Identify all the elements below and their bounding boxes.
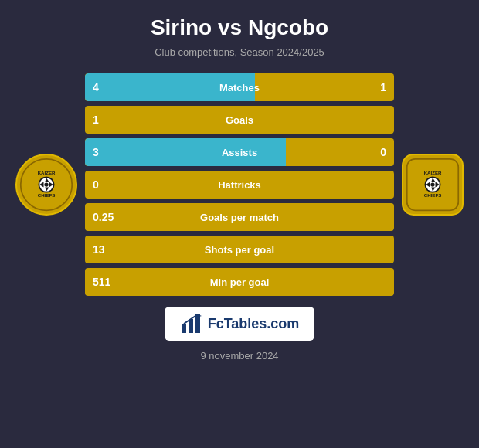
left-team-logo: KAIZER CHIEFS [8, 154, 85, 216]
stat-row-goals: 1 Goals [85, 106, 394, 134]
stat-val-matches-left: 4 [93, 81, 99, 93]
svg-text:CHIEFS: CHIEFS [38, 192, 55, 198]
stat-label-spg: Shots per goal [205, 244, 274, 256]
svg-text:CHIEFS: CHIEFS [424, 192, 441, 198]
page-title: Sirino vs Ngcobo [151, 15, 328, 40]
right-team-logo: KAIZER CHIEFS [394, 154, 471, 216]
svg-rect-22 [189, 319, 193, 333]
stat-label-hattricks: Hattricks [218, 179, 261, 191]
svg-point-10 [44, 182, 48, 186]
stat-bar-assists: 3 Assists 0 [85, 138, 394, 166]
stat-val-matches-right: 1 [380, 81, 386, 93]
svg-rect-21 [182, 324, 186, 333]
stat-row-matches: 4 Matches 1 [85, 73, 394, 101]
left-team-badge: KAIZER CHIEFS [19, 158, 73, 212]
svg-text:KAIZER: KAIZER [424, 170, 442, 175]
stat-val-hattricks-left: 0 [93, 178, 99, 191]
stat-val-goals-left: 1 [93, 114, 99, 126]
svg-point-20 [430, 182, 434, 186]
comparison-area: KAIZER CHIEFS 4 [8, 73, 471, 296]
stat-label-matches: Matches [219, 82, 260, 93]
svg-text:KAIZER: KAIZER [38, 170, 56, 175]
stat-val-mpg-left: 511 [93, 276, 110, 288]
stat-row-hattricks: 0 Hattricks [85, 171, 394, 199]
stat-bar-shots-per-goal: 13 Shots per goal [85, 236, 394, 263]
stats-bars: 4 Matches 1 1 Goals 3 Assists 0 [85, 73, 394, 296]
stat-bar-goals-per-match: 0.25 Goals per match [85, 203, 394, 231]
stat-label-assists: Assists [222, 147, 257, 158]
right-logo-circle: KAIZER CHIEFS [402, 154, 464, 216]
stat-bar-hattricks: 0 Hattricks [85, 171, 394, 199]
stat-val-spg-left: 13 [93, 243, 105, 256]
svg-rect-23 [195, 314, 200, 333]
main-container: Sirino vs Ngcobo Club competitions, Seas… [0, 0, 479, 448]
stat-label-gpm: Goals per match [200, 212, 279, 223]
stat-row-min-per-goal: 511 Min per goal [85, 268, 394, 296]
footer-date: 9 november 2024 [200, 350, 278, 361]
stat-val-assists-left: 3 [93, 146, 99, 158]
stat-bar-goals: 1 Goals [85, 106, 394, 134]
fc-tables-icon [180, 313, 202, 334]
stat-row-assists: 3 Assists 0 [85, 138, 394, 166]
stat-row-shots-per-goal: 13 Shots per goal [85, 236, 394, 263]
stat-val-assists-right: 0 [380, 146, 386, 158]
stat-label-goals: Goals [226, 114, 253, 126]
stat-val-gpm-left: 0.25 [93, 211, 114, 223]
stat-label-mpg: Min per goal [210, 277, 270, 288]
fc-logo-box: FcTables.com [165, 307, 315, 341]
stat-row-goals-per-match: 0.25 Goals per match [85, 203, 394, 231]
stat-bar-matches: 4 Matches 1 [85, 73, 394, 101]
fc-tables-label: FcTables.com [208, 316, 300, 332]
fc-logo-area: FcTables.com [165, 307, 315, 341]
stat-bar-min-per-goal: 511 Min per goal [85, 268, 394, 296]
page-subtitle: Club competitions, Season 2024/2025 [155, 46, 324, 58]
right-team-badge: KAIZER CHIEFS [406, 158, 460, 212]
left-logo-circle: KAIZER CHIEFS [15, 154, 77, 216]
